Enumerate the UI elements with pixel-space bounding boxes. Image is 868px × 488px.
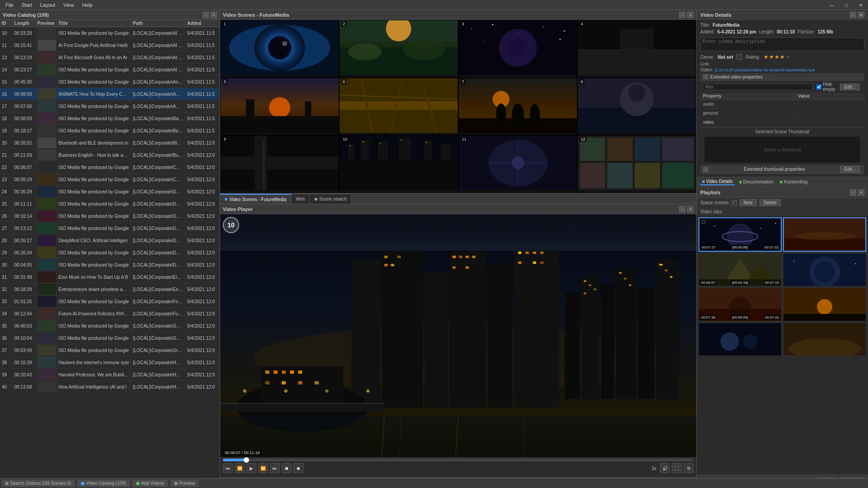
scene-thumb[interactable]: 6 [339,78,458,136]
star-1[interactable]: ★ [764,54,769,60]
menu-help[interactable]: Help [79,1,96,9]
scene-thumb[interactable]: 4 [577,20,696,78]
table-row[interactable]: 36 00:10:04 ISO Media file produced by G… [0,332,220,344]
ext-thumb-header[interactable]: - Extended thumbnail properties Edit... [700,165,864,174]
ext-thumb-toggle[interactable]: - [703,167,708,172]
prop-filter-input[interactable] [703,84,813,90]
space-scenes-checkbox[interactable]: ✓ [731,200,737,206]
table-row[interactable]: 38 00:16:39 Hackers the internet's immun… [0,357,220,369]
catalog-minimize-btn[interactable]: - [203,12,209,18]
scene-thumb[interactable]: 1 [220,20,339,78]
delete-playlist-btn[interactable]: Delete [760,199,781,206]
status-preview[interactable]: Preview [171,480,198,487]
table-row[interactable]: 13 00:13:29 AI First Microsoft Goes All … [0,52,220,64]
playlist-item[interactable]: 00:06:57 [00:00:18] 00:07:15 [698,253,782,286]
table-row[interactable]: 23 00:09:29 ISO Media file produced by G… [0,174,220,186]
table-row[interactable]: 30 00:04:55 ISO Media file produced by G… [0,259,220,271]
skip-forward-button[interactable]: ⏭ [270,463,280,473]
scene-thumb[interactable]: 10 [339,135,458,193]
playlist-item[interactable] [783,253,866,286]
scene-thumb[interactable]: 9 [220,135,339,193]
player-viewport[interactable]: 10 00:00:07 / 00:11:18 [220,214,696,457]
table-row[interactable]: 33 01:01:25 ISO Media file produced by G… [0,296,220,308]
menu-start[interactable]: Start [18,1,36,9]
status-search[interactable]: Search (Videos:109 Scenes:0) [2,480,74,487]
scene-thumb[interactable]: 5 [220,78,339,136]
thumb-select-area[interactable]: Select a thumbnail [704,136,861,163]
table-row[interactable]: 40 00:13:58 How Artificial Intelligence … [0,381,220,393]
ext-thumb-edit-btn[interactable]: Edit... [840,166,860,173]
table-row[interactable]: 32 00:18:39 Entrepreneurs share priceles… [0,283,220,296]
scenes-minimize-btn[interactable]: - [679,12,685,18]
fullscreen-button[interactable]: ⛶ [672,463,682,473]
progress-bar[interactable] [223,459,693,461]
playlist-item[interactable] [783,323,866,356]
tab-video-details[interactable]: Video Details [700,178,735,185]
star-3[interactable]: ★ [774,54,779,60]
table-row[interactable]: 25 00:11:11 ISO Media file produced by G… [0,198,220,210]
table-row[interactable]: 31 00:31:48 Elon Musk on How To Start Up… [0,271,220,283]
playlist-item[interactable] [698,323,782,356]
step-back-button[interactable]: ⏪ [235,463,245,473]
scene-thumb[interactable]: 3 [458,20,577,78]
details-close-btn[interactable]: × [858,12,864,18]
table-row[interactable]: 20 00:26:52 Bluetooth and BLE developmen… [0,137,220,149]
table-row[interactable]: 14 00:23:27 ISO Media file produced by G… [0,64,220,76]
table-row[interactable]: 15 00:45:30 ISO Media file produced by G… [0,76,220,88]
menu-layout[interactable]: Layout [37,1,59,9]
table-row[interactable]: 21 00:11:09 Business English - How to ta… [0,149,220,161]
table-row[interactable]: 17 00:07:06 ISO Media file produced by G… [0,100,220,113]
description-textarea[interactable] [700,38,864,51]
playlist-item[interactable] [783,288,866,321]
ext-props-toggle[interactable]: - [703,74,708,80]
status-add-videos[interactable]: Add Videos [133,480,167,487]
table-row[interactable]: 39 00:20:43 Harvard Professor, We are Bu… [0,369,220,381]
stop-button[interactable]: ⏹ [282,463,292,473]
scene-thumb[interactable]: 2 [339,20,458,78]
play-button[interactable]: ▶ [246,463,256,473]
star-rating[interactable]: ★ ★ ★ ★ ★ [764,54,790,60]
table-row[interactable]: 22 00:06:07 ISO Media file produced by G… [0,161,220,174]
scene-thumb[interactable]: 7 [458,78,577,136]
table-row[interactable]: 18 00:08:03 ISO Media file produced by G… [0,113,220,125]
maximize-button[interactable]: □ [839,0,854,10]
table-row[interactable]: 11 00:15:41 AI First Google Puts Artific… [0,39,220,52]
table-row[interactable]: 29 00:26:34 ISO Media file produced by G… [0,247,220,259]
table-row[interactable]: 34 00:12:44 Future AI-Powered Robotics N… [0,308,220,320]
table-row[interactable]: 26 00:10:14 ISO Media file produced by G… [0,210,220,222]
minimize-button[interactable]: — [825,0,839,10]
scene-thumb[interactable]: 12 [577,135,696,193]
scene-thumb[interactable]: 11 [458,135,577,193]
genre-checkbox[interactable] [736,54,742,60]
settings-button[interactable]: ⚙ [684,463,693,473]
record-button[interactable]: ⏺ [293,463,303,473]
playlist-item[interactable] [783,217,866,252]
table-row[interactable]: 27 00:13:12 ISO Media file produced by G… [0,222,220,235]
tab-video-scenes[interactable]: Video Scenes - FutureMedia [220,194,292,204]
hide-empty-checkbox[interactable] [816,84,821,89]
progress-handle[interactable] [244,457,249,463]
playlist-item[interactable]: 00:07:38 [00:00:05] 00:07:43 [698,288,782,321]
catalog-close-btn[interactable]: × [211,12,217,18]
table-row[interactable]: 37 00:03:49 ISO Media file produced by G… [0,344,220,357]
scene-thumb[interactable]: 8 [577,78,696,136]
scenes-close-btn[interactable]: × [687,12,693,18]
details-minimize-btn[interactable]: - [850,12,856,18]
playlists-close-btn[interactable]: × [858,189,864,196]
volume-button[interactable]: 🔊 [660,463,670,473]
ext-props-header[interactable]: - Extended video properties [700,73,864,81]
new-playlist-btn[interactable]: New [740,199,757,206]
step-forward-button[interactable]: ⏩ [258,463,268,473]
player-close-btn[interactable]: × [687,206,693,212]
skip-back-button[interactable]: ⏮ [223,463,233,473]
tab-scene-search[interactable]: Scene search [310,194,352,204]
table-row[interactable]: 19 00:18:17 ISO Media file produced by G… [0,125,220,137]
menu-file[interactable]: File [2,1,17,9]
table-row[interactable]: 28 00:26:27 DeepMind CEO, Artificial Int… [0,235,220,247]
star-2[interactable]: ★ [769,54,774,60]
status-catalog[interactable]: Video Catalog (109) [78,480,129,487]
table-row[interactable]: 16 00:09:59 ANIMATE How To Help Every Ch… [0,88,220,100]
table-row[interactable]: 35 00:40:03 ISO Media file produced by G… [0,320,220,332]
tab-web[interactable]: Web [292,194,310,204]
table-row[interactable]: 24 00:26:29 ISO Media file produced by G… [0,186,220,198]
